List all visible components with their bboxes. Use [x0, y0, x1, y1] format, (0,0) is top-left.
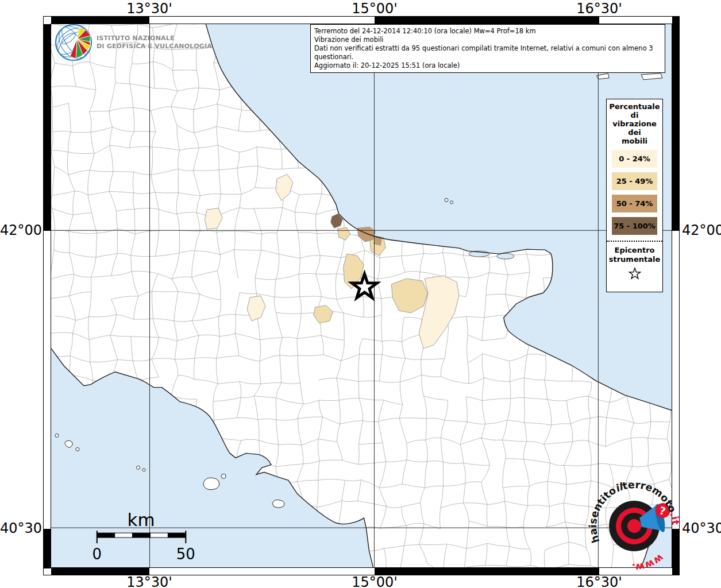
lat-label-right-4030: 40°30': [682, 520, 721, 536]
legend-swatch-50-74: 50 - 74%: [612, 195, 657, 212]
earthquake-info-box: Terremoto del 24-12-2014 12:40:10 (ora l…: [310, 24, 665, 73]
frame-band-left: [44, 17, 51, 575]
frame-band-bottom: [44, 568, 679, 575]
legend-swatch-75-100: 75 - 100%: [612, 217, 657, 235]
lon-label-top-1: 13°30': [126, 1, 172, 17]
epicenter-star-icon: [626, 266, 643, 281]
lat-label-left-42: 42°00': [0, 222, 40, 238]
legend-box: Percentuale di vibrazione dei mobili 0 -…: [606, 99, 663, 292]
legend-epicenter-label: Epicentro strumentale: [607, 246, 662, 264]
lon-label-bottom-1: 13°30': [126, 574, 172, 588]
map-page: 13°30' 15°00' 16°30' 13°30' 15°00' 16°30…: [0, 0, 721, 588]
legend-divider: [607, 241, 662, 242]
ingv-logo: ISTITUTO NAZIONALE DI GEOFISICA E VULCAN…: [54, 23, 203, 63]
map-svg: km 0 50: [51, 24, 672, 567]
info-line-event: Terremoto del 24-12-2014 12:40:10 (ora l…: [314, 27, 661, 36]
ingv-globe-icon: [54, 23, 93, 62]
scale-unit-label: km: [128, 509, 155, 530]
ingv-wordmark: ISTITUTO NAZIONALE DI GEOFISICA E VULCAN…: [97, 34, 212, 51]
map-frame: km 0 50: [43, 16, 680, 575]
lat-label-left-4030: 40°30': [0, 520, 40, 536]
info-line-type: Vibrazione dei mobili: [314, 36, 661, 44]
lon-label-top-2: 15°00': [352, 1, 398, 17]
info-line-source: Dati non verificati estratti da 95 quest…: [314, 44, 661, 61]
scale-start-label: 0: [92, 546, 102, 563]
map-area: km 0 50: [51, 24, 672, 568]
site-logo-svg: ? haisentitoilterremoto.it www.: [586, 480, 685, 579]
legend-swatch-25-49: 25 - 49%: [612, 172, 657, 190]
scale-end-label: 50: [176, 546, 195, 563]
lat-label-right-42: 42°00': [682, 222, 721, 238]
ingv-wordmark-line2: DI GEOFISICA E VULCANOLOGIA: [97, 42, 212, 51]
lon-label-bottom-2: 15°00': [352, 574, 398, 588]
legend-swatch-0-24: 0 - 24%: [612, 150, 657, 168]
site-logo-www-text: www.: [629, 551, 667, 575]
info-line-updated: Aggiornato il: 20-12-2025 15:51 (ora loc…: [314, 61, 661, 70]
legend-title: Percentuale di vibrazione dei mobili: [607, 102, 662, 145]
ingv-wordmark-line1: ISTITUTO NAZIONALE: [97, 34, 212, 42]
lon-label-top-3: 16°30': [576, 1, 622, 17]
site-logo: ? haisentitoilterremoto.it www.: [586, 480, 685, 579]
